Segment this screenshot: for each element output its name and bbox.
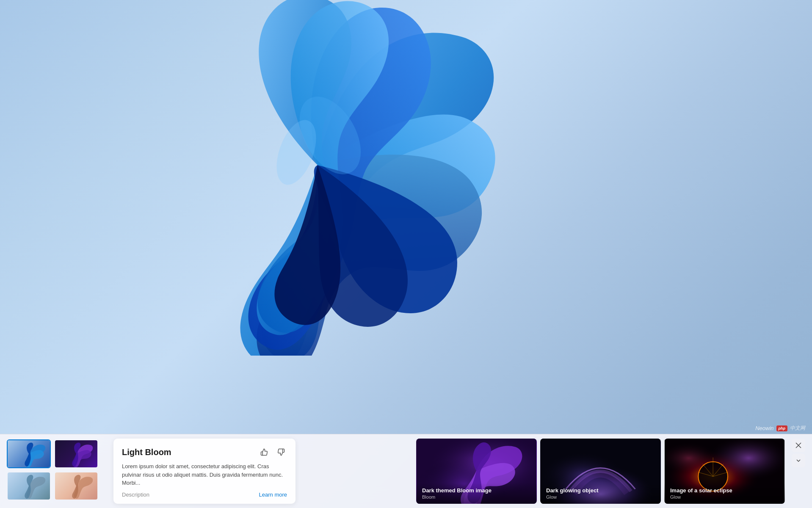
like-button[interactable]	[258, 446, 270, 458]
info-card-header: Light Bloom	[122, 446, 287, 458]
card-name-dark-glow: Dark glowing object	[546, 487, 655, 494]
wallpaper-card-solar[interactable]: Image of a solar eclipse Glow	[664, 439, 785, 504]
thumbnail-dark-bloom[interactable]	[54, 439, 98, 468]
info-card-description: Lorem ipsum dolor sit amet, consectetur …	[122, 462, 287, 487]
card-overlay-dark-glow: Dark glowing object Glow	[540, 483, 661, 504]
thumbnail-pink-bloom[interactable]	[54, 472, 98, 500]
info-card-title: Light Bloom	[122, 447, 171, 457]
php-badge: php	[776, 425, 788, 431]
thumbnails-section	[0, 434, 110, 508]
watermark-text: Neowin	[755, 425, 773, 431]
card-type-dark-glow: Glow	[546, 494, 655, 500]
info-card: Light Bloom L	[113, 439, 296, 504]
wallpaper-card-dark-glow[interactable]: Dark glowing object Glow	[540, 439, 661, 504]
thumbnail-light-bloom[interactable]	[7, 439, 51, 468]
info-card-footer: Description Learn more	[122, 491, 287, 498]
dislike-button[interactable]	[275, 446, 287, 458]
card-type-dark-bloom: Bloom	[422, 494, 531, 500]
card-overlay-solar: Image of a solar eclipse Glow	[664, 483, 785, 504]
chinese-text: 中文网	[790, 425, 805, 432]
info-card-actions	[258, 446, 287, 458]
thumbnail-blue-gray[interactable]	[7, 472, 51, 500]
close-panel-button[interactable]	[792, 439, 805, 452]
card-type-solar: Glow	[670, 494, 779, 500]
wallpaper-card-dark-bloom[interactable]: Dark themed Bloom image Bloom	[416, 439, 537, 504]
thumb-row-bottom	[7, 472, 107, 500]
expand-panel-button[interactable]	[792, 454, 805, 467]
card-name-solar: Image of a solar eclipse	[670, 487, 779, 494]
thumb-row-top	[7, 439, 107, 468]
bottom-panel: Light Bloom L	[0, 434, 812, 508]
card-name-dark-bloom: Dark themed Bloom image	[422, 487, 531, 494]
card-overlay-dark-bloom: Dark themed Bloom image Bloom	[416, 483, 537, 504]
wallpaper-bloom	[85, 0, 550, 356]
panel-controls	[788, 434, 812, 508]
learn-more-link[interactable]: Learn more	[259, 491, 287, 498]
watermark: Neowin php 中文网	[755, 425, 805, 432]
panel-spacer	[296, 434, 416, 508]
wallpaper-cards: Dark themed Bloom image Bloom	[416, 434, 788, 508]
description-label: Description	[122, 491, 149, 498]
desktop: Light Bloom L	[0, 0, 812, 508]
